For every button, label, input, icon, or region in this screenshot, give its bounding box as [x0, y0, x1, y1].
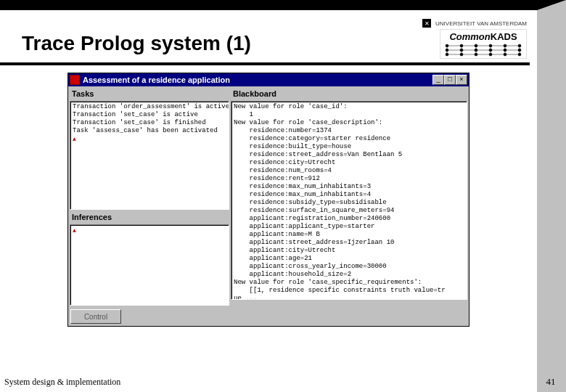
window-titlebar[interactable]: Assessment of a residence application _ … — [68, 73, 469, 86]
maximize-button[interactable]: □ — [444, 75, 456, 85]
svg-point-26 — [518, 53, 521, 56]
inferences-panel[interactable]: ▲ — [70, 224, 229, 306]
crest-icon: ✕ — [422, 19, 431, 28]
svg-point-13 — [504, 44, 506, 47]
svg-point-19 — [504, 49, 506, 52]
marker-icon: ▲ — [73, 227, 76, 234]
tasks-content: Transaction 'order_assessment' is active… — [73, 103, 229, 134]
blackboard-content: New value for role 'case_id': 1 New valu… — [234, 103, 446, 300]
svg-point-25 — [504, 53, 506, 56]
svg-point-23 — [475, 53, 477, 56]
svg-point-22 — [460, 53, 463, 56]
close-button[interactable]: × — [456, 75, 467, 85]
svg-point-11 — [475, 44, 477, 47]
inferences-panel-label: Inferences — [70, 211, 229, 223]
blackboard-panel-label: Blackboard — [231, 88, 467, 99]
blackboard-panel[interactable]: New value for role 'case_id': 1 New valu… — [231, 101, 467, 300]
svg-point-18 — [489, 49, 492, 52]
svg-point-21 — [446, 53, 448, 56]
tasks-panel[interactable]: Transaction 'order_assessment' is active… — [70, 101, 229, 210]
logo-word-1: Common — [449, 31, 490, 42]
system-menu-icon[interactable] — [70, 75, 80, 85]
svg-point-17 — [475, 49, 477, 52]
svg-point-16 — [460, 49, 463, 52]
window-title: Assessment of a residence application — [83, 75, 430, 84]
svg-point-24 — [489, 53, 492, 56]
institution-logo: ✕ UNIVERSITEIT VAN AMSTERDAM — [422, 19, 527, 28]
minimize-button[interactable]: _ — [432, 75, 444, 85]
svg-point-20 — [518, 49, 521, 52]
kads-network-icon — [443, 44, 523, 57]
control-button[interactable]: Control — [70, 309, 121, 324]
logo-word-2: KADS — [491, 31, 517, 42]
svg-point-9 — [446, 44, 448, 47]
marker-icon: ▲ — [73, 136, 76, 142]
trace-window: Assessment of a residence application _ … — [67, 73, 469, 327]
tasks-panel-label: Tasks — [70, 88, 229, 99]
svg-point-14 — [518, 44, 521, 47]
commonkads-logo: CommonKADS — [440, 29, 527, 59]
page-number: 41 — [540, 376, 562, 388]
institution-name: UNIVERSITEIT VAN AMSTERDAM — [435, 20, 527, 27]
footer-text: System design & implementation — [4, 377, 120, 388]
svg-point-10 — [460, 44, 463, 47]
svg-point-15 — [446, 49, 448, 52]
svg-point-12 — [489, 44, 492, 47]
